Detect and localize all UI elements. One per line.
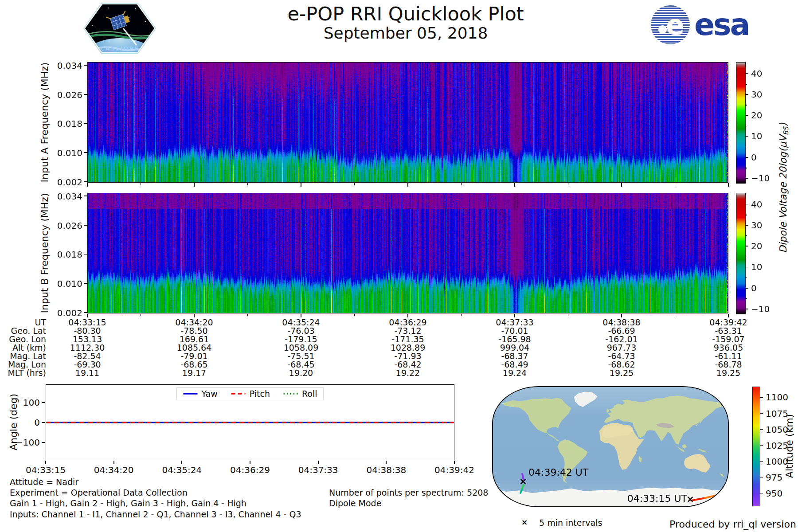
xtick-minor-a [141,183,141,185]
xtick-mark-b [514,314,515,317]
cbtick-label-a: 20 [751,110,778,121]
xtick-minor-b [141,314,141,316]
angle-ytick-label: −100 [12,437,40,448]
colorbar-altitude [752,387,760,506]
cbtick-minor-b [745,298,747,299]
alt-cbtick-label: 975 [766,472,792,483]
angle-xtick-label: 04:36:29 [221,465,279,475]
ytick-mark-a [84,152,87,153]
alt-cbtick-mark [760,461,763,462]
legend-label: Pitch [250,389,270,399]
colorbar-dipole-a [736,62,746,184]
esa-globe-icon: e [651,5,690,44]
cbtick-minor-b [745,235,747,236]
attitude-note: Attitude = Nadir [10,477,78,487]
cbtick-mark-a [745,115,748,116]
spectrogram-b-canvas [87,193,728,313]
cbtick-label-b: −10 [751,304,778,314]
world-map-canvas [493,387,728,506]
angle-xtick-mark [454,461,455,464]
page-subtitle-date: September 05, 2018 [324,24,488,42]
roll-line-sample-icon [283,391,298,396]
ytick-mark-b [84,283,87,284]
alt-cbtick-mark [760,397,763,398]
cbtick-label-a: −10 [751,173,778,184]
ytick-label-b: 0.010 [50,278,82,289]
xtick-minor-b [675,314,676,316]
ytick-mark-b [84,196,87,196]
xtick-mark-b [621,314,622,317]
angle-xtick-label: 04:34:20 [85,465,143,475]
ytick-label-a: 0.002 [50,177,82,188]
angle-xtick-label: 04:35:24 [153,465,211,475]
ytick-mark-b [84,312,87,313]
angle-xtick-mark [181,461,182,464]
ytick-mark-b [84,225,87,226]
ytick-mark-a [84,94,87,95]
cbtick-label-a: 40 [751,68,778,79]
cbtick-mark-b [745,309,748,309]
page-title: e-POP RRI Quicklook Plot [287,3,524,25]
cassiope-mission-patch: CASSIOPE [82,1,157,56]
colorbar-dipole-b [736,193,746,314]
table-cell: 19.24 [477,368,552,378]
ytick-mark-a [84,181,87,182]
angle-xtick-mark [318,461,319,464]
angle-ytick-label: 100 [12,397,40,408]
interval-legend-text: 5 min intervals [539,518,602,528]
alt-cbtick-mark [760,445,763,446]
angle-xtick-label: 04:38:38 [357,465,415,475]
quicklook-figure: CASSIOPE e-POP RRI Quicklook Plot Septem… [0,0,798,532]
table-cell: 19.25 [584,368,659,378]
ytick-mark-b [84,254,87,255]
spectrogram-input-b [87,193,728,313]
experiment-note: Experiment = Operational Data Collection [10,488,188,497]
xtick-mark-a [301,183,301,187]
angle-xtick-label: 04:39:42 [426,465,483,475]
ytick-label-b: 0.026 [50,220,82,231]
xtick-minor-a [568,183,569,185]
table-cell: 19.22 [370,368,446,378]
angle-ytick-mark [42,422,45,423]
alt-cbtick-label: 950 [766,488,792,499]
cassiope-label: CASSIOPE [100,45,139,52]
cbtick-label-a: 10 [751,131,778,141]
angle-xtick-mark [113,461,114,464]
table-cell: 19.11 [50,368,125,378]
ytick-label-b: 0.034 [50,191,82,202]
xtick-minor-a [354,183,355,185]
points-note: Number of points per spectrum: 5208 [329,488,488,497]
table-cell: 19.20 [263,368,339,378]
ytick-label-a: 0.010 [50,148,82,158]
cbtick-label-b: 0 [751,283,778,293]
cbtick-mark-a [745,73,748,74]
angle-xtick-label: 04:37:33 [289,465,347,475]
ytick-mark-a [84,65,87,66]
cbtick-label-b: 10 [751,262,778,272]
xtick-minor-b [461,314,462,316]
world-map [492,386,729,507]
xtick-mark-a [407,183,408,187]
ytick-mark-a [84,123,87,124]
cbtick-label-b: 20 [751,241,778,251]
xtick-minor-b [354,314,355,316]
cbtick-minor-a [745,168,747,168]
cbtick-mark-a [745,94,748,95]
cbtick-mark-b [745,204,748,205]
angle-ytick-mark [42,402,45,403]
alt-cbtick-label: 1050 [766,424,792,435]
xtick-minor-a [461,183,462,185]
spectrogram-input-a [87,62,728,183]
xtick-mark-b [194,314,195,317]
xtick-mark-b [301,314,301,317]
alt-cbtick-label: 1000 [766,456,792,467]
table-row-label: MLT (hrs) [0,368,46,378]
cbtick-mark-b [745,246,748,246]
alt-cbtick-label: 1100 [766,392,792,403]
map-end-marker-icon: × [518,477,528,486]
produced-by-credit: Produced by rri_ql version 4 [669,519,790,530]
angle-xtick-mark [250,461,250,464]
cbtick-mark-a [745,136,748,137]
xtick-mark-a [621,183,622,187]
cbtick-minor-a [745,105,747,105]
